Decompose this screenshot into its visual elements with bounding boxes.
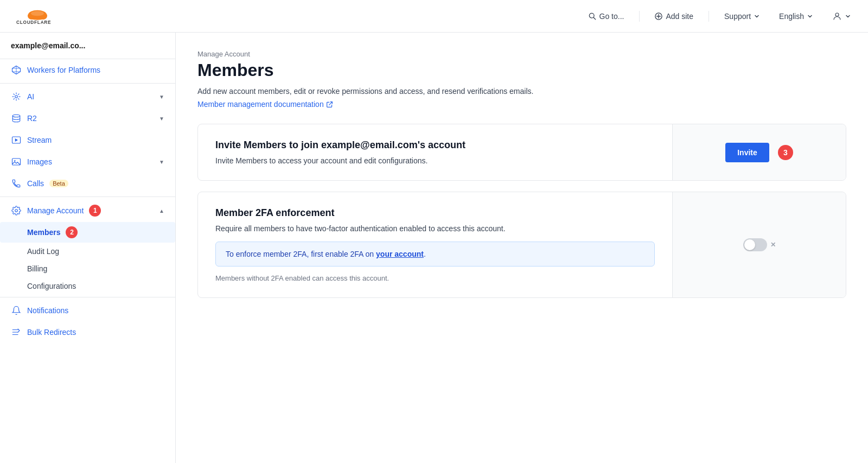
sidebar-item-calls[interactable]: Calls Beta: [0, 173, 175, 194]
twofa-card-desc: Require all members to have two-factor a…: [215, 224, 655, 233]
page-description: Add new account members, edit or revoke …: [197, 87, 846, 96]
sidebar-subitem-audit-log[interactable]: Audit Log: [0, 243, 175, 260]
user-menu-button[interactable]: [828, 9, 855, 23]
redirect-icon: [11, 327, 22, 338]
add-site-button[interactable]: Add site: [650, 10, 698, 23]
notice-text: To enforce member 2FA, first enable 2FA …: [226, 250, 376, 258]
main-content: Manage Account Members Add new account m…: [176, 33, 868, 463]
notice-suffix: .: [424, 250, 426, 258]
invite-badge: 3: [778, 145, 793, 160]
invite-card-main: Invite Members to join example@email.com…: [198, 124, 672, 180]
sidebar-label-ai: AI: [27, 92, 34, 101]
goto-label: Go to...: [599, 12, 624, 21]
svg-point-11: [835, 13, 839, 16]
sidebar-subitem-billing[interactable]: Billing: [0, 260, 175, 277]
toggle-track[interactable]: [743, 238, 767, 251]
search-icon: [589, 12, 596, 20]
twofa-card-title: Member 2FA enforcement: [215, 207, 655, 219]
sidebar-subitem-configurations[interactable]: Configurations: [0, 277, 175, 295]
chevron-up-icon-manage: ▲: [159, 208, 164, 214]
invite-button[interactable]: Invite: [725, 143, 769, 162]
sidebar-item-images[interactable]: Images ▼: [0, 151, 175, 173]
sidebar-item-r2[interactable]: R2 ▼: [0, 107, 175, 129]
sidebar-account-email[interactable]: example@email.co...: [0, 33, 175, 59]
invite-card-aside: Invite 3: [672, 124, 846, 180]
sidebar-item-notifications[interactable]: Notifications: [0, 300, 175, 321]
gear-icon: [11, 205, 22, 216]
beta-badge: Beta: [49, 180, 68, 187]
breadcrumb: Manage Account: [197, 50, 846, 58]
sidebar-item-ai[interactable]: AI ▼: [0, 86, 175, 107]
sidebar-item-bulk-redirects[interactable]: Bulk Redirects: [0, 321, 175, 343]
sidebar-label-bulk-redirects: Bulk Redirects: [27, 328, 76, 337]
toggle-x-mark: ✕: [770, 241, 776, 249]
members-badge: 2: [66, 226, 78, 238]
notice-link[interactable]: your account: [376, 250, 424, 258]
sidebar-label-images: Images: [27, 157, 52, 166]
support-button[interactable]: Support: [720, 10, 764, 23]
members-label: Members: [27, 228, 60, 237]
manage-account-submenu: Members 2 Audit Log Billing Configuratio…: [0, 222, 175, 295]
page-title: Members: [197, 60, 846, 80]
support-label: Support: [724, 12, 751, 21]
configurations-label: Configurations: [27, 282, 76, 290]
twofa-toggle[interactable]: ✕: [743, 238, 776, 251]
chevron-down-icon-r2: ▼: [159, 116, 164, 122]
sidebar-divider-1: [0, 83, 175, 84]
twofa-card-aside: ✕: [672, 192, 846, 297]
cloudflare-logo[interactable]: CLOUDFLARE: [13, 5, 62, 27]
sidebar-item-manage-account[interactable]: Manage Account 1 ▲: [0, 199, 175, 222]
svg-point-28: [14, 160, 15, 161]
nav-divider-2: [709, 11, 709, 22]
sidebar-label-workers-for-platforms: Workers for Platforms: [27, 66, 100, 74]
external-link-icon: [326, 101, 333, 108]
sidebar-divider-2: [0, 196, 175, 197]
add-icon: [655, 12, 662, 20]
language-button[interactable]: English: [775, 10, 817, 23]
sidebar-label-calls: Calls: [27, 179, 44, 188]
chevron-down-icon-2: [807, 14, 813, 19]
goto-button[interactable]: Go to...: [584, 10, 629, 23]
sidebar-label-notifications: Notifications: [27, 306, 68, 315]
language-label: English: [779, 12, 804, 21]
audit-log-label: Audit Log: [27, 247, 59, 256]
chevron-down-icon: [754, 14, 760, 19]
svg-text:CLOUDFLARE: CLOUDFLARE: [16, 20, 51, 25]
sidebar-label-stream: Stream: [27, 136, 52, 144]
twofa-card: Member 2FA enforcement Require all membe…: [197, 192, 846, 298]
calls-icon: [11, 178, 22, 189]
billing-label: Billing: [27, 264, 47, 273]
stream-icon: [11, 135, 22, 145]
cube-icon: [11, 65, 22, 75]
invite-card-desc: Invite Members to access your account an…: [215, 156, 655, 165]
svg-line-30: [329, 102, 332, 105]
images-icon: [11, 156, 22, 167]
chevron-down-icon-ai: ▼: [159, 94, 164, 100]
nav-divider: [639, 11, 640, 22]
svg-point-29: [15, 210, 18, 212]
manage-account-badge: 1: [89, 205, 101, 217]
sidebar-subitem-members[interactable]: Members 2: [0, 222, 175, 243]
sidebar-item-workers-for-platforms[interactable]: Workers for Platforms: [0, 59, 175, 81]
svg-line-24: [14, 98, 15, 99]
svg-point-25: [12, 115, 20, 117]
doc-link-label: Member management documentation: [197, 100, 324, 109]
doc-link[interactable]: Member management documentation: [197, 100, 333, 109]
svg-point-16: [15, 96, 18, 98]
ai-icon: [11, 91, 22, 102]
user-icon: [832, 11, 842, 21]
chevron-down-icon-3: [845, 14, 851, 19]
svg-line-22: [18, 98, 19, 99]
sidebar-divider-3: [0, 297, 175, 297]
invite-card: Invite Members to join example@email.com…: [197, 124, 846, 181]
r2-icon: [11, 113, 22, 124]
twofa-card-main: Member 2FA enforcement Require all membe…: [198, 192, 672, 297]
sidebar-item-stream[interactable]: Stream: [0, 129, 175, 151]
sidebar-label-r2: R2: [27, 114, 37, 123]
svg-line-7: [593, 17, 596, 20]
twofa-notice: To enforce member 2FA, first enable 2FA …: [215, 242, 655, 267]
invite-card-title: Invite Members to join example@email.com…: [215, 139, 655, 151]
sidebar-label-manage-account: Manage Account: [27, 206, 84, 215]
top-navigation: CLOUDFLARE Go to... Add site Support: [0, 0, 868, 33]
toggle-thumb: [744, 239, 755, 250]
